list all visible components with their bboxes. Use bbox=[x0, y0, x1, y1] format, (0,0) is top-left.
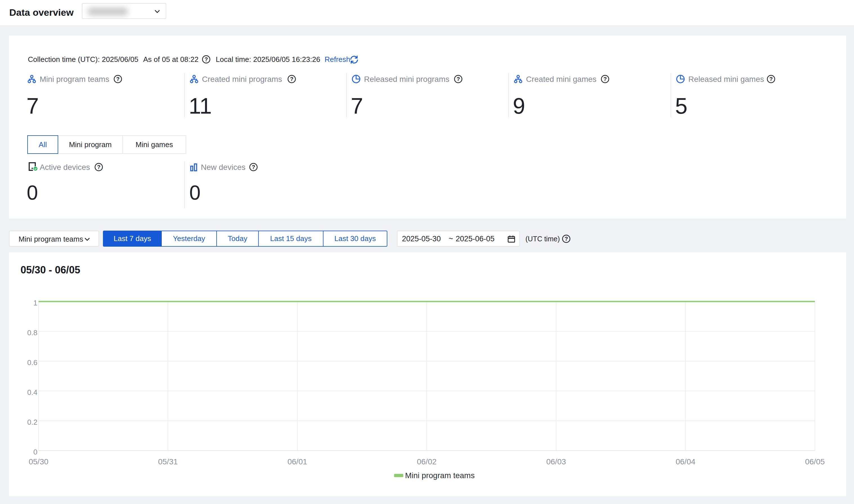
svg-text:?: ? bbox=[116, 76, 120, 82]
svg-text:0.4: 0.4 bbox=[27, 388, 37, 397]
svg-text:06/01: 06/01 bbox=[288, 457, 307, 466]
svg-text:0.2: 0.2 bbox=[27, 418, 37, 426]
svg-text:06/04: 06/04 bbox=[676, 457, 695, 466]
svg-text:06/05: 06/05 bbox=[805, 457, 825, 466]
svg-text:?: ? bbox=[456, 76, 460, 82]
svg-text:05/31: 05/31 bbox=[158, 457, 178, 466]
svg-text:?: ? bbox=[97, 164, 101, 170]
svg-text:?: ? bbox=[565, 236, 568, 242]
svg-text:0: 0 bbox=[34, 448, 37, 456]
svg-text:Mini program teams: Mini program teams bbox=[405, 471, 474, 480]
svg-text:06/03: 06/03 bbox=[546, 457, 566, 466]
svg-text:?: ? bbox=[603, 76, 607, 82]
svg-text:0.8: 0.8 bbox=[27, 328, 37, 337]
svg-text:?: ? bbox=[769, 76, 773, 82]
svg-text:?: ? bbox=[204, 56, 208, 62]
svg-text:0.6: 0.6 bbox=[27, 358, 37, 367]
svg-text:?: ? bbox=[290, 76, 293, 82]
svg-text:06/02: 06/02 bbox=[417, 457, 437, 466]
svg-text:05/30: 05/30 bbox=[29, 457, 48, 466]
svg-text:1: 1 bbox=[34, 299, 37, 307]
svg-text:?: ? bbox=[252, 164, 255, 170]
